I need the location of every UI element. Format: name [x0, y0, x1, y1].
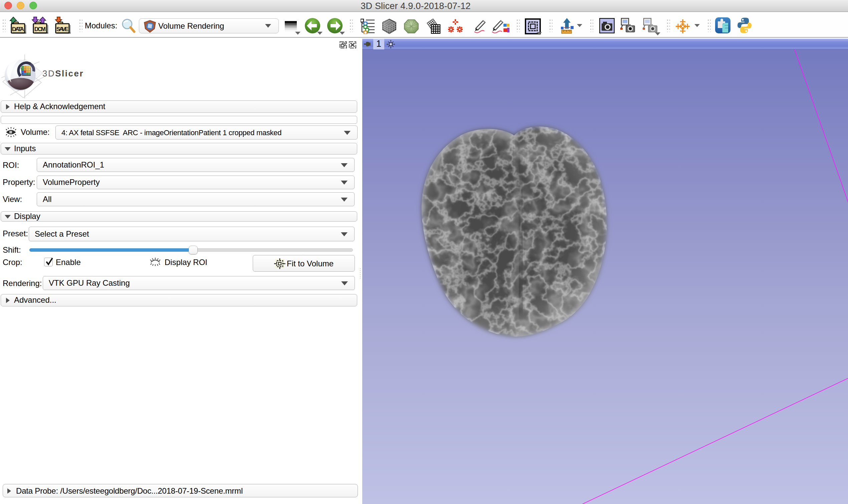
- svg-text:SAVE: SAVE: [56, 26, 69, 32]
- svg-text:DCM: DCM: [34, 26, 46, 32]
- svg-text:DATA: DATA: [12, 26, 24, 32]
